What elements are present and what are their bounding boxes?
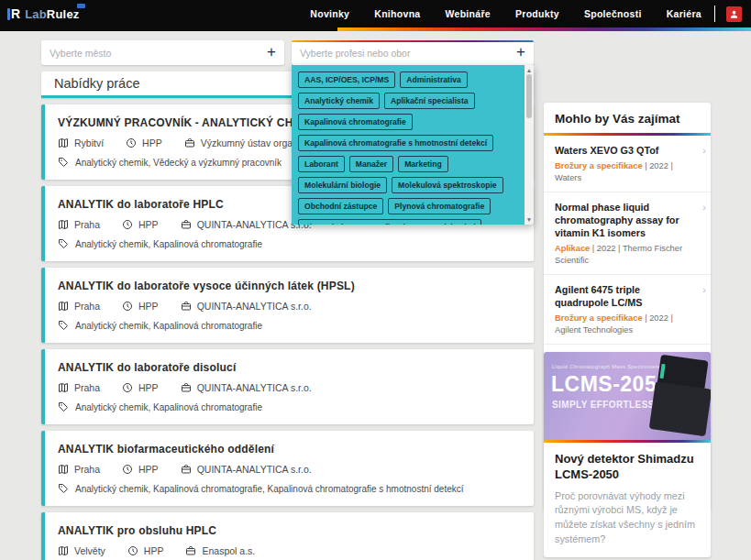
clock-icon <box>122 464 133 475</box>
profession-tag[interactable]: Obchodní zástupce <box>298 198 383 214</box>
job-card[interactable]: ANALYTIK do laboratoře vysoce účinných l… <box>41 268 534 343</box>
article-item[interactable]: Normal phase liquid chromatography assay… <box>544 192 711 275</box>
nav-item[interactable]: Webináře <box>445 8 490 19</box>
add-city-button[interactable]: + <box>267 44 276 61</box>
job-employment-label: HPP <box>138 464 159 475</box>
main-nav: Novinky Knihovna Webináře Produkty Spole… <box>310 8 701 19</box>
profession-dropdown-panel: AAS, ICP/OES, ICP/MS Administrativa Anal… <box>292 65 534 225</box>
job-card[interactable]: ANALYTIK do laboratoře disolucí Praha HP… <box>41 349 534 424</box>
job-tags-label: Analytický chemik, Kapalinová chromatogr… <box>75 321 262 331</box>
profession-tag[interactable]: Plynová chromatografie s hmotnostní dete… <box>298 219 481 225</box>
nav-item[interactable]: Knihovna <box>374 8 420 19</box>
ad-description: Proč porovnávat výhody mezi různými výro… <box>555 489 700 547</box>
job-company: Enaspol a.s. <box>185 545 255 556</box>
profession-tag[interactable]: Laborant <box>298 156 345 172</box>
job-company: QUINTA-ANALYTICA s.r.o. <box>181 301 312 312</box>
profession-tag[interactable]: AAS, ICP/OES, ICP/MS <box>298 71 395 88</box>
job-company: QUINTA-ANALYTICA s.r.o. <box>181 464 312 475</box>
profession-tag[interactable]: Kapalinová chromatografie <box>298 114 413 130</box>
city-input[interactable] <box>50 48 267 59</box>
profession-tag[interactable]: Manažer <box>349 156 393 172</box>
job-tags-label: Analytický chemik, Vědecký a výzkumný pr… <box>75 158 282 168</box>
ad-body: Nový detektor Shimadzu LCMS-2050 Proč po… <box>544 443 711 557</box>
nav-item[interactable]: Společnosti <box>584 8 642 19</box>
tag-icon <box>58 238 69 249</box>
job-title: ANALYTIK pro obsluhu HPLC <box>58 524 521 537</box>
job-title: ANALYTIK biofarmaceutického oddělení <box>58 443 521 456</box>
job-location-label: Praha <box>74 464 100 475</box>
job-meta-row: Praha HPP QUINTA-ANALYTICA s.r.o. <box>58 301 521 312</box>
account-button[interactable] <box>726 6 742 22</box>
job-tags-label: Analytický chemik, Kapalinová chromatogr… <box>75 484 464 494</box>
job-card[interactable]: ANALYTIK pro obsluhu HPLC Velvěty HPP En… <box>41 512 534 560</box>
dropdown-scrollbar[interactable]: ▲ ▼ <box>525 65 534 225</box>
job-location: Praha <box>58 219 100 230</box>
jobs-section-title: Nabídky práce <box>54 76 140 91</box>
job-company-label: QUINTA-ANALYTICA s.r.o. <box>197 464 312 475</box>
map-icon <box>58 219 69 230</box>
article-meta: Aplikace | 2022 | Thermo Fischer Scienti… <box>555 243 694 266</box>
nav-item[interactable]: Produkty <box>515 8 559 19</box>
clock-icon <box>126 137 137 148</box>
add-profession-button[interactable]: + <box>516 44 525 61</box>
nav-separator <box>714 5 715 22</box>
nav-item[interactable]: Kariéra <box>667 8 701 19</box>
profession-tag[interactable]: Molekulová spektroskopie <box>392 177 503 193</box>
job-location-label: Velvěty <box>74 545 105 556</box>
ad-title: Nový detektor Shimadzu LCMS-2050 <box>555 452 700 483</box>
scroll-down-icon[interactable]: ▼ <box>526 214 532 225</box>
tag-icon <box>58 157 69 168</box>
scroll-thumb[interactable] <box>526 74 532 118</box>
job-employment-label: HPP <box>144 545 164 556</box>
article-item[interactable]: Agilent 6475 triple quadrupole LC/MS Bro… <box>544 275 711 345</box>
logo-text: LabRulez <box>25 7 79 21</box>
job-tags-row: Analytický chemik, Kapalinová chromatogr… <box>58 320 521 331</box>
job-employment: HPP <box>126 137 162 148</box>
profession-input[interactable] <box>300 48 516 59</box>
tag-icon <box>58 401 69 412</box>
job-location: Praha <box>58 301 100 312</box>
job-employment: HPP <box>122 301 159 312</box>
chevron-right-icon: › <box>702 284 706 295</box>
job-tags-label: Analytický chemik, Kapalinová chromatogr… <box>75 239 262 249</box>
profession-tag[interactable]: Molekulární biologie <box>298 177 387 193</box>
profession-filter: + <box>292 40 534 65</box>
profession-tag[interactable]: Aplikační specialista <box>384 93 475 109</box>
ad-tagline: SIMPLY EFFORTLESS <box>552 400 655 410</box>
job-company: QUINTA-ANALYTICA s.r.o. <box>181 382 312 393</box>
article-title: Agilent 6475 triple quadrupole LC/MS <box>555 283 694 309</box>
briefcase-icon <box>181 464 192 475</box>
article-title: Normal phase liquid chromatography assay… <box>555 201 694 239</box>
article-meta: Brožury a specifikace | 2022 | Waters <box>555 160 694 183</box>
profession-tag[interactable]: Analytický chemik <box>298 93 380 109</box>
job-employment: HPP <box>122 219 159 230</box>
job-employment-label: HPP <box>142 137 162 148</box>
nav-item[interactable]: Novinky <box>310 8 349 19</box>
article-title: Waters XEVO G3 QTof <box>555 144 694 157</box>
profession-tag[interactable]: Administrativa <box>400 71 468 88</box>
user-icon <box>729 9 739 19</box>
header-gradient-stripe <box>0 27 751 31</box>
tag-icon <box>58 320 69 331</box>
clock-icon <box>127 545 138 556</box>
job-card[interactable]: ANALYTIK biofarmaceutického oddělení Pra… <box>41 431 534 506</box>
profession-tag[interactable]: Kapalinová chromatografie s hmotnostní d… <box>298 135 493 151</box>
job-company-label: QUINTA-ANALYTICA s.r.o. <box>197 382 312 393</box>
profession-tag[interactable]: Plynová chromatografie <box>388 198 491 214</box>
ad-banner-image: Liquid Chromatograph Mass Spectrometer L… <box>544 352 711 440</box>
profession-focus-gradient <box>292 40 534 42</box>
article-meta: Brožury a specifikace | 2022 | Agilent T… <box>555 313 694 335</box>
clock-icon <box>122 301 133 312</box>
article-item[interactable]: Waters XEVO G3 QTof Brožury a specifikac… <box>544 136 711 192</box>
profession-tag[interactable]: Marketing <box>398 156 448 172</box>
job-employment-label: HPP <box>138 219 159 230</box>
shimadzu-ad-card[interactable]: Liquid Chromatograph Mass Spectrometer L… <box>544 352 711 557</box>
job-location-label: Praha <box>74 219 100 230</box>
briefcase-icon <box>181 301 192 312</box>
job-title: ANALYTIK do laboratoře vysoce účinných l… <box>58 280 521 292</box>
article-category: Brožury a specifikace <box>555 161 643 170</box>
job-employment: HPP <box>122 464 159 475</box>
briefcase-icon <box>181 382 192 393</box>
labrulez-logo[interactable]: R LabRulez <box>7 7 80 21</box>
job-tags-row: Analytický chemik, Kapalinová chromatogr… <box>58 238 521 249</box>
